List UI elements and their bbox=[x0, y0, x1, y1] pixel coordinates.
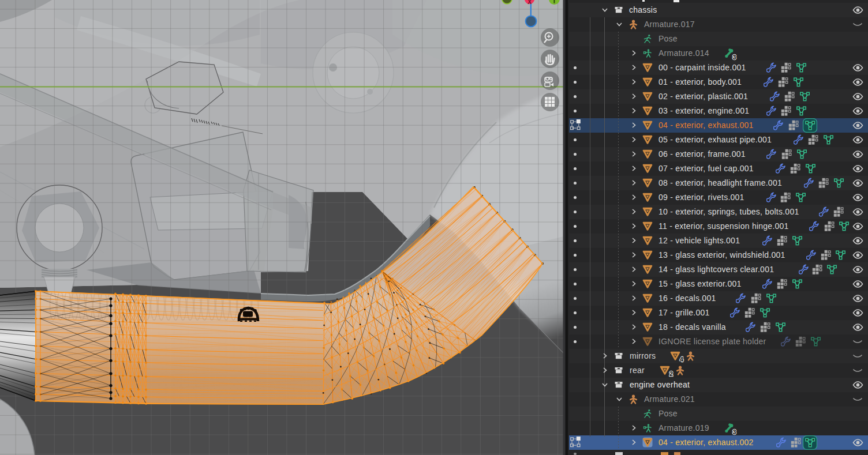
svg-text:3: 3 bbox=[733, 54, 736, 61]
svg-text:X: X bbox=[527, 0, 532, 5]
svg-text:3: 3 bbox=[733, 428, 736, 435]
svg-text:2: 2 bbox=[669, 370, 673, 377]
svg-text:4: 4 bbox=[680, 356, 683, 363]
